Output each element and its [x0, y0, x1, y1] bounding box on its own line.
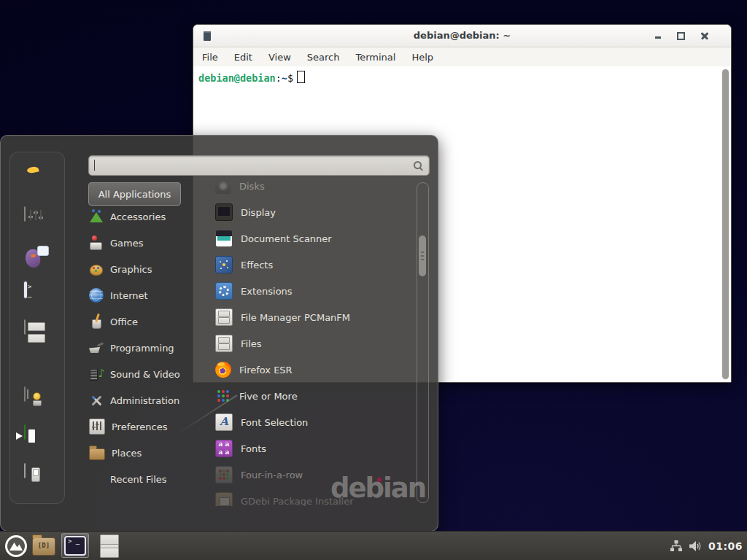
folder-d-icon — [32, 537, 55, 556]
favorite-pidgin-icon[interactable] — [24, 244, 49, 269]
gdebi-icon — [215, 492, 233, 506]
category-label: Accessories — [110, 211, 166, 222]
category-internet[interactable]: Internet — [89, 283, 206, 308]
favorite-terminal-icon[interactable] — [24, 283, 49, 308]
favorite-screensaver-icon[interactable] — [24, 387, 49, 412]
app-label: Font Selection — [241, 417, 308, 428]
terminal-scrollbar-handle[interactable] — [722, 69, 729, 379]
app-extensions[interactable]: Extensions — [198, 278, 414, 304]
category-games[interactable]: Games — [89, 230, 206, 255]
control-center-icon — [24, 206, 26, 222]
fonts-icon — [215, 440, 233, 457]
menu-terminal[interactable]: Terminal — [355, 52, 395, 63]
application-menu: All Applications Accessories Games Graph… — [0, 135, 438, 532]
category-office[interactable]: Office — [89, 309, 206, 334]
all-applications-label: All Applications — [98, 189, 171, 200]
app-font-selection[interactable]: Font Selection — [198, 409, 414, 435]
category-sound-video[interactable]: Sound & Video — [89, 362, 206, 386]
menu-search[interactable]: Search — [307, 52, 340, 63]
firefox-esr-icon — [215, 362, 231, 378]
spacer — [89, 472, 104, 486]
logout-icon — [24, 424, 26, 440]
app-document-scanner[interactable]: Document Scanner — [198, 225, 414, 252]
app-gdebi-package-installer[interactable]: GDebi Package Installer — [198, 488, 414, 506]
app-disks[interactable]: Disks — [198, 182, 414, 199]
favorite-logout-icon[interactable] — [24, 425, 49, 450]
prompt-separator: : — [276, 72, 282, 84]
category-label: Administration — [110, 395, 179, 406]
menu-button[interactable] — [2, 532, 30, 560]
app-label: Display — [241, 207, 276, 218]
app-four-in-a-row[interactable]: Four-in-a-row — [198, 462, 414, 488]
menu-edit[interactable]: Edit — [234, 52, 252, 63]
desktop-folder-launcher[interactable] — [31, 532, 57, 560]
effects-icon — [215, 256, 233, 273]
office-icon — [89, 314, 104, 329]
app-label: File Manager PCManFM — [241, 312, 350, 323]
sound-video-icon — [89, 367, 104, 381]
maximize-icon[interactable] — [676, 30, 687, 42]
app-label: Five or More — [239, 391, 298, 402]
category-label: Programming — [110, 343, 174, 354]
accessories-icon — [89, 209, 104, 224]
prompt-path: ~ — [282, 72, 287, 84]
category-label: Internet — [110, 290, 148, 301]
category-label: Preferences — [112, 421, 167, 432]
close-icon[interactable] — [699, 30, 711, 42]
taskbar-terminal-button[interactable] — [61, 533, 89, 558]
favorite-shutdown-icon[interactable] — [24, 464, 49, 489]
application-list: Disks Display Document Scanner Effects E… — [198, 182, 414, 506]
desktop: debian@debian: ~ File Edit View Search T… — [0, 0, 747, 560]
app-file-manager-pcmanfm[interactable]: File Manager PCManFM — [198, 304, 414, 330]
terminal-icon — [24, 281, 27, 298]
category-label: Office — [110, 316, 138, 327]
favorite-control-center-icon[interactable] — [24, 207, 49, 232]
minimize-icon[interactable] — [652, 30, 664, 42]
search-input[interactable] — [89, 156, 429, 175]
terminal-titlebar[interactable]: debian@debian: ~ — [193, 25, 731, 47]
app-label: Firefox ESR — [239, 365, 293, 376]
menu-scrollbar-handle[interactable] — [419, 236, 426, 276]
category-administration[interactable]: Administration — [89, 388, 206, 413]
clock[interactable]: 01:06 — [708, 540, 743, 552]
file-cabinet-icon — [24, 319, 26, 335]
menu-scrollbar-track[interactable] — [417, 182, 429, 503]
menu-help[interactable]: Help — [411, 52, 433, 63]
search-box[interactable] — [88, 155, 430, 176]
category-programming[interactable]: Programming — [89, 335, 206, 360]
terminal-menubar: File Edit View Search Terminal Help — [193, 47, 731, 66]
network-icon[interactable] — [670, 540, 683, 553]
app-fonts[interactable]: Fonts — [198, 435, 414, 462]
app-files[interactable]: Files — [198, 330, 414, 357]
file-manager-icon — [215, 308, 233, 326]
category-preferences[interactable]: Preferences — [89, 414, 206, 439]
app-label: Four-in-a-row — [241, 470, 303, 481]
category-recent-files[interactable]: Recent Files — [89, 467, 206, 491]
terminal-scrollbar[interactable] — [721, 69, 729, 380]
file-manager-launcher[interactable] — [96, 532, 123, 560]
category-label: Places — [112, 448, 142, 459]
system-tray: 01:06 — [670, 532, 743, 560]
five-or-more-icon — [215, 388, 231, 404]
category-graphics[interactable]: Graphics — [89, 257, 206, 281]
category-accessories[interactable]: Accessories — [89, 204, 206, 229]
display-icon — [215, 203, 233, 221]
places-icon — [89, 448, 105, 460]
menu-view[interactable]: View — [268, 52, 291, 63]
menu-file[interactable]: File — [202, 52, 218, 63]
app-five-or-more[interactable]: Five or More — [198, 383, 414, 409]
category-label: Recent Files — [110, 474, 167, 485]
favorite-file-manager-icon[interactable] — [24, 320, 49, 345]
font-selection-icon — [215, 413, 233, 431]
volume-icon[interactable] — [689, 540, 703, 553]
app-effects[interactable]: Effects — [198, 252, 414, 278]
app-label: Fonts — [241, 443, 266, 454]
app-firefox-esr[interactable]: Firefox ESR — [198, 357, 414, 383]
favorite-firefox-icon[interactable] — [24, 166, 49, 190]
shutdown-icon — [24, 463, 26, 478]
app-display[interactable]: Display — [198, 199, 414, 225]
all-applications-button[interactable]: All Applications — [88, 182, 181, 206]
search-icon — [413, 160, 423, 171]
menu-logo-icon — [4, 534, 28, 558]
category-places[interactable]: Places — [89, 440, 206, 465]
